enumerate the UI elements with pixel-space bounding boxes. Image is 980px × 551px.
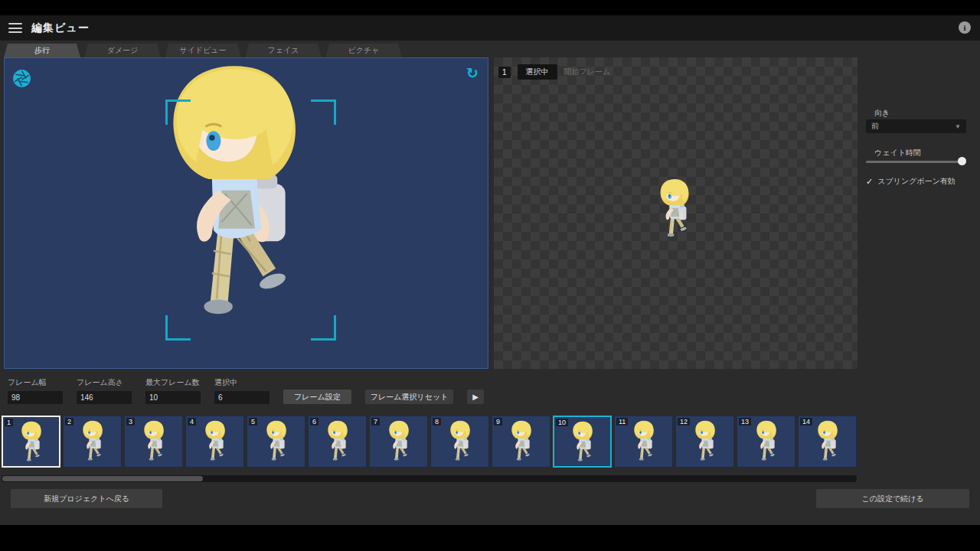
frame-width-field: フレーム幅 [8,377,63,404]
direction-value: 前 [871,121,879,132]
frame-height-field: フレーム高さ [77,377,132,404]
filmstrip-scrollbar[interactable] [2,475,857,482]
tab-face[interactable]: フェイス [245,44,322,57]
start-frame-toggle[interactable]: 開始フレーム [564,67,611,77]
frame-number: 12 [678,418,690,425]
character-thumbnail [567,421,598,467]
springbone-checkbox[interactable]: ✓ スプリングボーン有効 [866,176,956,187]
frame-number: 11 [616,418,628,425]
page-title: 編集ビュー [31,21,90,35]
filmstrip-frame-9[interactable]: 9 [492,416,550,468]
filmstrip-frame-4[interactable]: 4 [185,416,244,468]
tab-damage[interactable]: ダメージ [84,44,161,57]
frame-number: 13 [739,418,751,425]
character-thumbnail [690,420,720,466]
checkmark-icon: ✓ [866,177,873,187]
header-bar: 編集ビュー i [0,15,980,41]
character-thumbnail [751,420,782,466]
filmstrip-frame-14[interactable]: 14 [798,416,857,468]
selected-toggle-button[interactable]: 選択中 [518,64,557,80]
frame-number: 2 [65,418,74,425]
selected-frame-field: 選択中 [214,377,270,404]
character-thumbnail [384,420,414,466]
character-thumbnail [629,420,659,466]
selected-frame-input[interactable] [214,391,270,404]
settings-sidebar: 向き 前 ▼ ウェイト時間 ✓ スプリングボーン有効 [858,57,980,372]
direction-label: 向き [874,108,890,119]
refresh-rotate-icon[interactable]: ↻ [466,66,479,80]
focus-bracket-bottom-left [165,315,191,341]
filmstrip-frame-13[interactable]: 13 [737,416,795,468]
character-preview-viewport[interactable]: ↻ [4,57,488,369]
scrollbar-thumb[interactable] [2,476,203,481]
frame-number: 4 [188,418,196,425]
frame-settings-button[interactable]: フレーム設定 [283,390,351,404]
current-frame-badge: 1 [498,67,511,78]
frame-number: 5 [249,418,257,425]
max-frames-label: 最大フレーム数 [145,377,201,388]
selected-frame-label: 選択中 [214,377,270,388]
character-thumbnail [16,421,47,467]
slider-knob[interactable] [958,157,966,165]
character-thumbnail [200,420,230,466]
frame-number: 7 [371,418,380,425]
frame-number: 6 [310,418,318,425]
letterboxed-stage: 編集ビュー i 歩行 ダメージ サイドビュー フェイス ピクチャ ↻ 1 選択中 [0,0,980,551]
camera-aperture-icon[interactable] [12,69,31,88]
character-thumbnail [139,420,169,466]
frame-width-input[interactable] [8,391,63,404]
character-thumbnail [322,420,353,466]
frame-number: 14 [800,418,812,425]
filmstrip-frame-10[interactable]: 10 [553,416,612,468]
play-button[interactable]: ▶ [467,390,484,404]
frame-number: 1 [5,419,13,426]
max-frames-input[interactable] [145,391,201,404]
continue-with-settings-button[interactable]: この設定で続ける [816,489,969,508]
filmstrip-frame-11[interactable]: 11 [614,416,673,468]
max-frames-field: 最大フレーム数 [145,377,201,404]
filmstrip-frame-6[interactable]: 6 [308,416,367,468]
character-thumbnail [445,420,475,466]
direction-dropdown[interactable]: 前 ▼ [866,119,966,133]
sprite-toolbar: 1 選択中 開始フレーム [498,64,610,80]
focus-bracket-bottom-right [311,315,336,341]
character-thumbnail [261,420,292,466]
focus-bracket-top-left [165,99,191,125]
filmstrip-frame-12[interactable]: 12 [675,416,734,468]
springbone-label: スプリングボーン有効 [877,176,956,187]
character-thumbnail [506,420,537,466]
wait-time-slider[interactable] [866,156,966,167]
hamburger-menu-icon[interactable] [8,23,22,33]
filmstrip-frame-5[interactable]: 5 [247,416,305,468]
frame-height-input[interactable] [77,391,132,404]
frame-selection-reset-button[interactable]: フレーム選択リセット [365,390,454,404]
character-thumbnail [812,420,843,466]
frame-number: 8 [433,418,441,425]
character-sprite [652,178,697,245]
filmstrip-frame-1[interactable]: 1 [2,416,60,468]
frame-number: 3 [126,418,135,425]
frame-number: 9 [494,418,502,425]
focus-bracket-top-right [311,99,336,125]
back-to-new-project-button[interactable]: 新規プロジェクトへ戻る [11,489,162,508]
frame-width-label: フレーム幅 [8,377,63,388]
frame-height-label: フレーム高さ [77,377,132,388]
slider-track [866,161,966,163]
tab-sideview[interactable]: サイドビュー [165,44,241,57]
filmstrip-frame-3[interactable]: 3 [124,416,183,468]
tab-bar: 歩行 ダメージ サイドビュー フェイス ピクチャ [4,44,402,57]
character-thumbnail [77,420,108,466]
frame-settings-row: フレーム幅 フレーム高さ 最大フレーム数 選択中 フレーム設定 フレーム選択リセ… [8,377,484,404]
chevron-down-icon: ▼ [955,123,961,130]
filmstrip: 1234567891011121314 [2,416,857,468]
tab-walk[interactable]: 歩行 [4,44,80,57]
filmstrip-frame-2[interactable]: 2 [63,416,122,468]
sprite-canvas[interactable]: 1 選択中 開始フレーム [494,57,858,369]
app-window: 編集ビュー i 歩行 ダメージ サイドビュー フェイス ピクチャ ↻ 1 選択中 [0,15,980,525]
info-icon[interactable]: i [959,21,971,34]
tab-picture[interactable]: ピクチャ [325,44,402,57]
filmstrip-frame-8[interactable]: 8 [430,416,489,468]
filmstrip-frame-7[interactable]: 7 [369,416,428,468]
